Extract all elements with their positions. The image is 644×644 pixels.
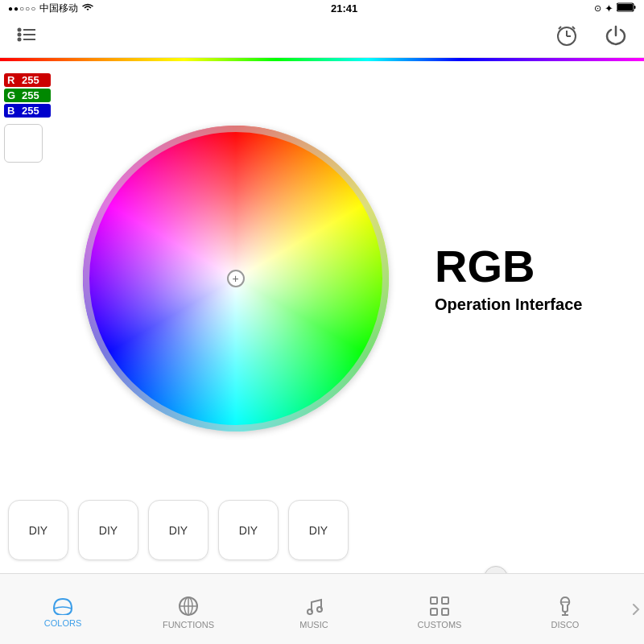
svg-point-3 <box>18 27 22 31</box>
music-icon <box>303 596 324 617</box>
svg-rect-2 <box>617 4 633 10</box>
header-right-icons <box>554 23 628 52</box>
svg-point-19 <box>317 607 322 612</box>
carrier-info: ●●○○○ 中国移动 <box>8 2 94 15</box>
rgb-title: RGB <box>435 244 628 289</box>
tab-disco[interactable]: DISCO <box>502 574 628 644</box>
color-wheel[interactable]: + <box>83 126 389 431</box>
svg-rect-22 <box>431 609 437 615</box>
diy-row: DIY DIY DIY DIY DIY <box>0 488 644 568</box>
tab-disco-label: DISCO <box>551 620 580 630</box>
left-panel: R 255 G 255 B 255 <box>0 69 52 488</box>
tab-customs-label: CUSTOMS <box>418 620 462 630</box>
wheel-container[interactable]: + <box>52 69 419 488</box>
wheel-cursor[interactable]: + <box>227 270 245 287</box>
customs-icon <box>429 596 450 617</box>
diy-button-2[interactable]: DIY <box>78 500 138 560</box>
svg-rect-23 <box>442 609 448 615</box>
svg-rect-21 <box>442 597 448 604</box>
tab-music-label: MUSIC <box>299 620 328 630</box>
svg-point-5 <box>18 37 22 41</box>
tab-chevron[interactable] <box>628 574 644 644</box>
signal-dots: ●●○○○ <box>8 4 36 13</box>
svg-line-12 <box>559 27 561 29</box>
battery-icon <box>617 2 636 14</box>
lock-icon: ⊙ <box>594 3 601 14</box>
diy-button-1[interactable]: DIY <box>8 500 68 560</box>
wifi-icon <box>81 2 94 14</box>
tab-music[interactable]: MUSIC <box>251 574 377 644</box>
tab-colors[interactable]: COLORS <box>0 574 126 644</box>
svg-rect-1 <box>634 6 635 9</box>
tab-functions[interactable]: FUNCTIONS <box>126 574 251 644</box>
status-bar: ●●○○○ 中国移动 21:41 ⊙ ✦ <box>0 0 644 16</box>
svg-point-18 <box>308 609 312 614</box>
menu-icon[interactable] <box>16 27 37 47</box>
tab-bar: COLORS FUNCTIONS MUSIC CUSTOMS <box>0 573 644 644</box>
diy-button-4[interactable]: DIY <box>218 500 279 560</box>
main-content: R 255 G 255 B 255 + RGB Operation Interf… <box>0 61 644 488</box>
color-swatch <box>4 124 43 163</box>
alarm-icon[interactable] <box>554 23 580 52</box>
g-value-label: G 255 <box>4 89 51 102</box>
colors-icon <box>52 597 73 615</box>
carrier-name: 中国移动 <box>39 2 78 15</box>
svg-point-4 <box>18 32 22 36</box>
diy-button-5[interactable]: DIY <box>288 500 349 560</box>
bluetooth-icon: ✦ <box>605 2 613 14</box>
header <box>0 16 644 58</box>
operation-subtitle: Operation Interface <box>435 295 628 314</box>
tab-functions-label: FUNCTIONS <box>163 620 214 630</box>
power-icon[interactable] <box>604 23 628 51</box>
right-panel: RGB Operation Interface <box>419 69 644 488</box>
disco-icon <box>556 596 574 617</box>
status-time: 21:41 <box>331 2 357 14</box>
diy-button-3[interactable]: DIY <box>148 500 208 560</box>
svg-line-13 <box>572 27 575 29</box>
svg-rect-20 <box>431 597 437 604</box>
status-right-icons: ⊙ ✦ <box>594 2 636 14</box>
r-value-label: R 255 <box>4 73 51 87</box>
b-value-label: B 255 <box>4 104 51 118</box>
tab-colors-label: COLORS <box>44 618 81 628</box>
functions-icon <box>178 596 199 617</box>
tab-customs[interactable]: CUSTOMS <box>377 574 502 644</box>
